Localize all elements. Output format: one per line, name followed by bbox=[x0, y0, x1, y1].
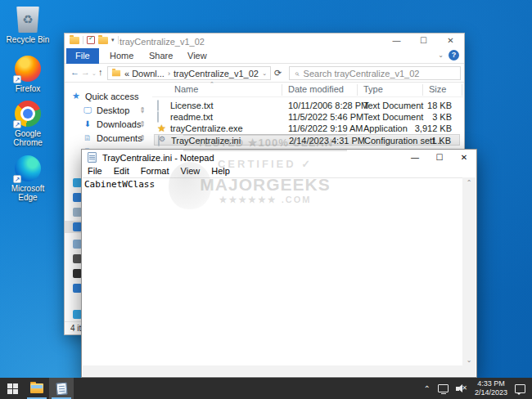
menu-help[interactable]: Help bbox=[205, 165, 236, 177]
file-type: Text Document bbox=[363, 100, 423, 111]
forward-icon[interactable]: → bbox=[81, 67, 90, 77]
maximize-button[interactable]: ☐ bbox=[410, 34, 437, 48]
desktop-icon-label: Firefox bbox=[2, 84, 54, 93]
text-file-icon bbox=[157, 111, 159, 123]
minimize-button[interactable]: — bbox=[383, 34, 410, 48]
column-divider[interactable] bbox=[282, 84, 282, 96]
horizontal-scrollbar[interactable] bbox=[83, 365, 476, 376]
address-bar[interactable]: « Downl... › trayCentralize_v1_02 ⌄ bbox=[107, 66, 271, 80]
network-icon[interactable] bbox=[438, 384, 449, 392]
shortcut-arrow-icon: ↗ bbox=[13, 75, 21, 83]
file-date: 11/5/2022 5:46 PM bbox=[288, 111, 363, 123]
notepad-titlebar[interactable]: TrayCentralize.ini - Notepad — ☐ ✕ bbox=[82, 150, 476, 165]
folder-icon bbox=[70, 37, 79, 44]
address-bar-row: ← → ⌄ ↑ « Downl... › trayCentralize_v1_0… bbox=[65, 64, 464, 83]
menu-file[interactable]: File bbox=[82, 165, 108, 177]
shortcut-arrow-icon: ↗ bbox=[13, 120, 21, 128]
file-row-readme[interactable]: readme.txt 11/5/2022 5:46 PM Text Docume… bbox=[154, 111, 460, 123]
desktop-icon-google-chrome[interactable]: ↗ Google Chrome bbox=[2, 101, 54, 147]
close-button[interactable]: ✕ bbox=[452, 150, 476, 165]
quick-access-star-icon: ★ bbox=[71, 91, 81, 101]
sidebar-item-label: Documents bbox=[97, 133, 142, 143]
desktop-icon-label: Microsoft Edge bbox=[2, 184, 54, 202]
scroll-up-arrow-icon[interactable]: ⌃ bbox=[462, 179, 476, 186]
breadcrumb-current[interactable]: trayCentralize_v1_02 bbox=[174, 69, 259, 78]
taskbar: ⌃ ✕ 4:33 PM 2/14/2023 bbox=[0, 378, 532, 399]
desktop-icon-firefox[interactable]: ↗ Firefox bbox=[2, 56, 54, 93]
sidebar-item-label: Desktop bbox=[97, 105, 129, 115]
pin-icon: ✎ bbox=[138, 105, 147, 114]
firefox-icon: ↗ bbox=[15, 56, 41, 82]
tab-view[interactable]: View bbox=[178, 48, 216, 64]
properties-icon[interactable] bbox=[87, 36, 95, 44]
up-icon[interactable]: ↑ bbox=[98, 67, 103, 77]
file-date: 11/6/2022 9:19 AM bbox=[288, 123, 363, 134]
edge-icon: ↗ bbox=[15, 155, 41, 182]
tab-file[interactable]: File bbox=[66, 48, 99, 64]
sidebar-item-desktop[interactable]: 🖵 Desktop ✎ bbox=[65, 103, 152, 117]
file-date: 10/11/2006 8:28 PM bbox=[288, 100, 368, 111]
explorer-titlebar[interactable]: ▾ trayCentralize_v1_02 — ☐ ✕ bbox=[65, 34, 464, 48]
column-header-name[interactable]: Name bbox=[174, 84, 198, 94]
tab-home[interactable]: Home bbox=[101, 48, 142, 64]
menu-view[interactable]: View bbox=[175, 165, 206, 177]
file-row-license[interactable]: License.txt 10/11/2006 8:28 PM Text Docu… bbox=[154, 100, 460, 111]
file-type: Application bbox=[363, 123, 408, 134]
tab-share[interactable]: Share bbox=[140, 48, 182, 64]
show-hidden-icons-chevron-icon[interactable]: ⌃ bbox=[424, 384, 431, 393]
notepad-window: TrayCentralize.ini - Notepad — ☐ ✕ File … bbox=[81, 149, 477, 378]
desktop-icon-recycle-bin[interactable]: ♻ Recycle Bin bbox=[2, 7, 54, 44]
start-button[interactable] bbox=[0, 378, 25, 399]
config-file-icon bbox=[158, 135, 160, 146]
new-folder-icon[interactable] bbox=[98, 37, 108, 44]
notepad-window-title: TrayCentralize.ini - Notepad bbox=[102, 153, 214, 163]
ribbon-tab-bar: File Home Share View ⌄ ? bbox=[65, 48, 464, 64]
sidebar-item-downloads[interactable]: ⬇ Downloads ✎ bbox=[65, 117, 152, 131]
sidebar-item-quick-access[interactable]: ★ Quick access bbox=[65, 89, 152, 103]
file-row-exe[interactable]: ★ trayCentralize.exe 11/6/2022 9:19 AM A… bbox=[154, 123, 460, 134]
volume-muted-icon[interactable]: ✕ bbox=[456, 384, 467, 393]
column-divider[interactable] bbox=[462, 84, 462, 96]
column-header-size[interactable]: Size bbox=[429, 84, 446, 94]
taskbar-file-explorer-button[interactable] bbox=[25, 378, 49, 399]
taskbar-notepad-button[interactable] bbox=[49, 378, 74, 399]
quick-access-toolbar: ▾ bbox=[70, 36, 119, 44]
recent-locations-chevron-icon[interactable]: ⌄ bbox=[92, 70, 97, 77]
search-input[interactable]: ⌕ Search trayCentralize_v1_02 bbox=[289, 66, 461, 80]
documents-icon: 🗎 bbox=[83, 133, 92, 142]
recycle-bin-icon: ♻ bbox=[16, 7, 40, 33]
file-row-ini-selected[interactable]: TrayCentralize.ini 2/14/2023 4:31 PM Con… bbox=[154, 134, 460, 146]
explorer-window-controls: — ☐ ✕ bbox=[383, 34, 464, 48]
vertical-scrollbar[interactable]: ⌃ ⌄ bbox=[462, 177, 476, 365]
folder-icon bbox=[112, 70, 120, 77]
clock-time: 4:33 PM bbox=[475, 379, 507, 388]
expand-ribbon-chevron-icon[interactable]: ⌄ bbox=[438, 52, 444, 59]
action-center-icon[interactable] bbox=[515, 384, 525, 393]
menu-format[interactable]: Format bbox=[135, 165, 175, 177]
file-date: 2/14/2023 4:31 PM bbox=[289, 135, 365, 146]
column-divider[interactable] bbox=[357, 84, 358, 96]
sidebar-item-documents[interactable]: 🗎 Documents ✎ bbox=[65, 131, 152, 145]
address-dropdown-chevron-icon[interactable]: ⌄ bbox=[262, 70, 267, 77]
refresh-icon[interactable]: ⟳ bbox=[274, 68, 282, 78]
customize-toolbar-chevron-icon[interactable]: ▾ bbox=[111, 37, 115, 43]
minimize-button[interactable]: — bbox=[403, 150, 427, 165]
close-button[interactable]: ✕ bbox=[437, 34, 464, 48]
column-divider[interactable] bbox=[422, 84, 423, 96]
column-header-date[interactable]: Date modified bbox=[288, 84, 344, 94]
maximize-button[interactable]: ☐ bbox=[427, 150, 452, 165]
column-header-type[interactable]: Type bbox=[363, 84, 383, 94]
help-icon[interactable]: ? bbox=[449, 50, 459, 61]
scroll-down-arrow-icon[interactable]: ⌄ bbox=[462, 356, 476, 364]
search-placeholder: Search trayCentralize_v1_02 bbox=[304, 69, 420, 78]
back-icon[interactable]: ← bbox=[70, 67, 79, 77]
menu-edit[interactable]: Edit bbox=[108, 165, 135, 177]
search-icon: ⌕ bbox=[295, 69, 300, 78]
system-tray: ⌃ ✕ 4:33 PM 2/14/2023 bbox=[424, 378, 532, 399]
notepad-text-area[interactable]: CabinetWClass bbox=[83, 177, 462, 365]
desktop: ♻ Recycle Bin ↗ Firefox ↗ Google Chrome … bbox=[0, 0, 532, 399]
column-headers: Name ⌃ Date modified Type Size bbox=[152, 83, 463, 97]
breadcrumb-parent[interactable]: « Downl... bbox=[124, 69, 165, 78]
desktop-icon-microsoft-edge[interactable]: ↗ Microsoft Edge bbox=[2, 155, 54, 202]
taskbar-clock[interactable]: 4:33 PM 2/14/2023 bbox=[475, 379, 507, 397]
